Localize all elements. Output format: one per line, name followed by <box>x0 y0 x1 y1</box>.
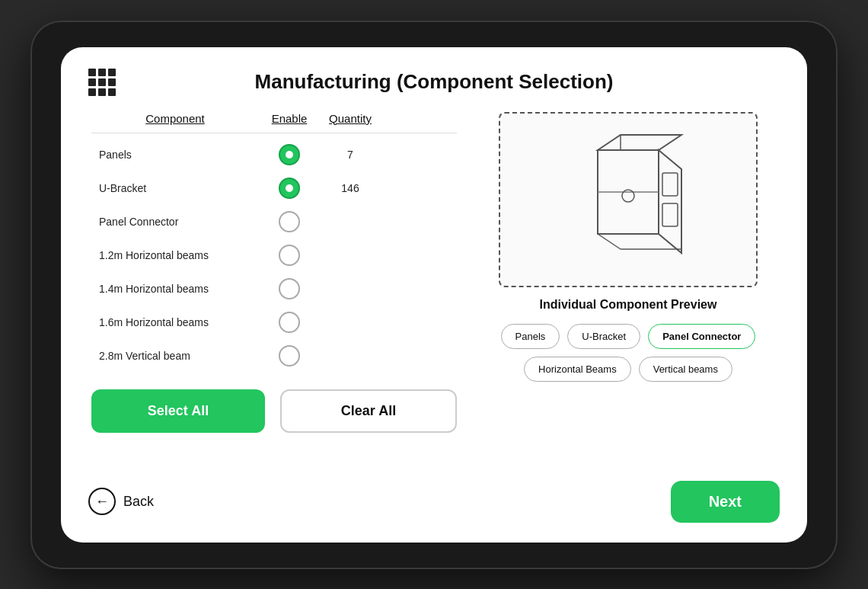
row-qty-u-bracket: 146 <box>320 182 381 194</box>
component-table: Component Enable Quantity Panels 7 <box>91 112 457 373</box>
row-enable-panels[interactable] <box>259 144 320 165</box>
row-enable-horizontal-1-2[interactable] <box>259 245 320 266</box>
grid-icon <box>88 69 116 96</box>
svg-rect-6 <box>662 203 678 226</box>
col-header-quantity: Quantity <box>320 112 381 125</box>
left-panel: Component Enable Quantity Panels 7 <box>91 112 457 433</box>
svg-marker-1 <box>659 150 681 253</box>
back-button[interactable]: ← Back <box>88 488 154 515</box>
row-enable-u-bracket[interactable] <box>259 178 320 199</box>
action-buttons: Select All Clear All <box>91 389 457 433</box>
table-row: U-Bracket 146 <box>91 171 457 205</box>
preview-tabs-row2: Horizontal Beams Vertical beams <box>524 357 732 382</box>
row-label-horizontal-1-2: 1.2m Horizontal beams <box>91 249 259 261</box>
table-row: Panel Connector <box>91 205 457 238</box>
svg-marker-2 <box>598 135 681 150</box>
content-area: Component Enable Quantity Panels 7 <box>91 112 777 433</box>
tablet-frame: Manufacturing (Component Selection) Comp… <box>30 21 838 569</box>
toggle-u-bracket[interactable] <box>279 178 300 199</box>
tablet-screen: Manufacturing (Component Selection) Comp… <box>61 47 807 543</box>
tab-horizontal-beams[interactable]: Horizontal Beams <box>524 357 631 382</box>
row-enable-panel-connector[interactable] <box>259 211 320 232</box>
tab-panels[interactable]: Panels <box>501 324 560 349</box>
clear-all-button[interactable]: Clear All <box>280 389 457 433</box>
preview-tabs-row1: Panels U-Bracket Panel Connector <box>501 324 756 349</box>
back-icon: ← <box>88 488 116 515</box>
toggle-panel-connector[interactable] <box>279 211 300 232</box>
right-panel: Individual Component Preview Panels U-Br… <box>480 112 777 433</box>
preview-illustration <box>552 127 704 272</box>
toggle-horizontal-1-6[interactable] <box>279 312 300 333</box>
row-enable-vertical-2-8[interactable] <box>259 345 320 367</box>
select-all-button[interactable]: Select All <box>91 389 265 433</box>
col-header-enable: Enable <box>259 112 320 125</box>
row-label-panels: Panels <box>91 149 259 161</box>
tab-u-bracket[interactable]: U-Bracket <box>567 324 640 349</box>
tab-vertical-beams[interactable]: Vertical beams <box>639 357 732 382</box>
table-row: 1.2m Horizontal beams <box>91 238 457 272</box>
toggle-panels[interactable] <box>279 144 300 165</box>
row-label-horizontal-1-6: 1.6m Horizontal beams <box>91 316 259 328</box>
tab-panel-connector[interactable]: Panel Connector <box>648 324 755 349</box>
next-button[interactable]: Next <box>671 481 780 523</box>
table-row: 1.6m Horizontal beams <box>91 306 457 339</box>
table-row: 1.4m Horizontal beams <box>91 272 457 306</box>
table-row: 2.8m Vertical beam <box>91 339 457 373</box>
svg-line-9 <box>598 234 621 249</box>
col-header-component: Component <box>91 112 259 125</box>
page-title: Manufacturing (Component Selection) <box>91 70 777 94</box>
back-label: Back <box>123 494 154 510</box>
row-label-horizontal-1-4: 1.4m Horizontal beams <box>91 283 259 295</box>
toggle-horizontal-1-4[interactable] <box>279 278 300 299</box>
preview-label: Individual Component Preview <box>540 298 717 312</box>
svg-rect-5 <box>662 173 678 196</box>
row-enable-horizontal-1-6[interactable] <box>259 312 320 333</box>
row-label-u-bracket: U-Bracket <box>91 182 259 194</box>
table-row: Panels 7 <box>91 138 457 171</box>
row-label-vertical-2-8: 2.8m Vertical beam <box>91 350 259 362</box>
toggle-horizontal-1-2[interactable] <box>279 245 300 266</box>
row-enable-horizontal-1-4[interactable] <box>259 278 320 299</box>
nav-bottom: ← Back Next <box>88 481 780 523</box>
preview-box <box>499 112 758 287</box>
row-qty-panels: 7 <box>320 149 381 161</box>
row-label-panel-connector: Panel Connector <box>91 216 259 228</box>
table-header: Component Enable Quantity <box>91 112 457 133</box>
toggle-vertical-2-8[interactable] <box>279 345 300 367</box>
